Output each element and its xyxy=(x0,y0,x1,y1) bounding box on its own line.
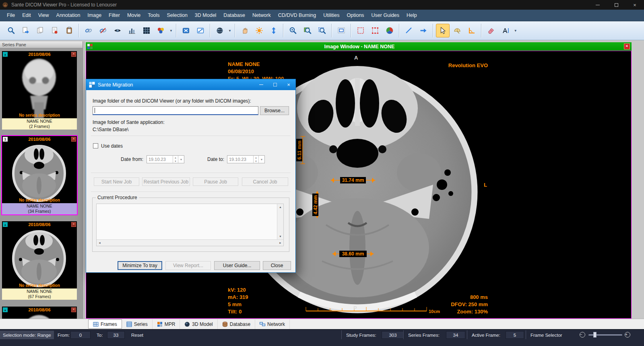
close-series-icon[interactable]: ✕ xyxy=(71,137,76,142)
line-tool-icon[interactable] xyxy=(402,24,416,37)
user-guide-button[interactable]: User Guide... xyxy=(214,261,260,270)
menu-annotation[interactable]: Annotation xyxy=(53,10,84,21)
thumbnail-image[interactable]: No series description xyxy=(2,142,77,203)
browse-button[interactable]: Browse... xyxy=(260,106,289,115)
reset-button[interactable]: Reset xyxy=(131,331,143,339)
tab-database[interactable]: Database xyxy=(218,319,255,329)
spin-down-icon[interactable]: ▼ xyxy=(254,159,258,163)
histogram-icon[interactable] xyxy=(125,24,139,37)
frame-slider-thumb[interactable] xyxy=(593,332,597,338)
fit-to-window-icon[interactable] xyxy=(179,24,193,37)
save-report-icon[interactable] xyxy=(48,24,62,37)
tab-3d-model[interactable]: 3D Model xyxy=(180,319,217,329)
to-value[interactable]: 33 xyxy=(107,331,125,339)
image-window-close-icon[interactable]: ✕ xyxy=(624,43,630,49)
unlink-series-icon[interactable] xyxy=(96,24,110,37)
brightness-sun-icon[interactable] xyxy=(252,24,266,37)
tab-network[interactable]: Network xyxy=(255,319,290,329)
calendar-dropdown-icon[interactable]: ▼ xyxy=(258,156,264,163)
cancel-job-button[interactable]: Cancel Job xyxy=(242,177,288,186)
procedure-list[interactable]: ▲ ▼ ◄ ► xyxy=(96,204,284,246)
eraser-tool-icon[interactable] xyxy=(484,24,498,37)
scroll-left-icon[interactable]: ◄ xyxy=(97,240,103,246)
menu-options[interactable]: Options xyxy=(343,10,368,21)
maximize-button[interactable] xyxy=(607,0,625,10)
scroll-up-icon[interactable]: ▲ xyxy=(277,204,283,210)
date-spinner[interactable]: ▲▼ xyxy=(173,156,178,163)
frame-plus-button[interactable]: + xyxy=(625,332,630,338)
roi-handles-icon[interactable] xyxy=(368,24,382,37)
minimize-button[interactable] xyxy=(588,0,607,10)
menu-file[interactable]: File xyxy=(3,10,19,21)
close-button[interactable]: × xyxy=(625,0,644,10)
menu-cd-dvd-burning[interactable]: CD/DVD Burning xyxy=(275,10,320,21)
horizontal-scrollbar[interactable]: ◄ ► xyxy=(97,239,283,246)
restart-previous-job-button[interactable]: Restart Previous Job xyxy=(142,177,190,186)
arrow-tool-icon[interactable] xyxy=(417,24,430,37)
paste-image-icon[interactable] xyxy=(62,24,76,37)
show-overlays-eye-icon[interactable] xyxy=(111,24,124,37)
series-thumbnail-1[interactable]: ▴ 2010/08/06 ✕ No series description NAM… xyxy=(2,51,77,130)
from-value[interactable]: 0 xyxy=(70,331,91,339)
image-matrix-icon[interactable] xyxy=(140,24,153,37)
dialog-titlebar[interactable]: Sante Migration × xyxy=(86,79,295,90)
series-thumbnail-2[interactable]: 1 2010/08/06 ✕ No series description NAM… xyxy=(2,136,77,214)
angle-tool-icon[interactable] xyxy=(465,24,479,37)
close-dialog-button[interactable]: Close xyxy=(263,261,291,270)
zoom-in-icon[interactable] xyxy=(286,24,300,37)
layout-grid-icon[interactable] xyxy=(87,44,93,49)
menu-utilities[interactable]: Utilities xyxy=(320,10,343,21)
rectangle-select-icon[interactable] xyxy=(334,24,348,37)
tab-frames[interactable]: Frames xyxy=(88,319,122,329)
menu-view[interactable]: View xyxy=(35,10,53,21)
dropdown-arrow-icon[interactable]: ▼ xyxy=(169,29,173,33)
tab-series[interactable]: Series xyxy=(122,319,153,329)
calendar-dropdown-icon[interactable]: ▼ xyxy=(178,156,184,163)
dialog-maximize-button[interactable] xyxy=(268,79,282,90)
link-series-icon[interactable] xyxy=(82,24,95,37)
scroll-right-icon[interactable]: ► xyxy=(277,240,283,246)
menu-help[interactable]: Help xyxy=(403,10,421,21)
menu-image[interactable]: Image xyxy=(84,10,105,21)
dropdown-arrow-icon[interactable]: ▼ xyxy=(228,29,231,33)
text-tool-icon[interactable] xyxy=(499,24,512,37)
start-new-job-button[interactable]: Start New Job xyxy=(94,177,139,186)
pan-hand-icon[interactable] xyxy=(238,24,252,37)
zoom-preview-icon[interactable] xyxy=(4,24,18,37)
menu-network[interactable]: Network xyxy=(249,10,275,21)
spin-down-icon[interactable]: ▼ xyxy=(173,159,178,163)
close-series-icon[interactable]: ✕ xyxy=(71,307,76,312)
dialog-minimize-button[interactable] xyxy=(254,79,268,90)
scroll-down-icon[interactable]: ▼ xyxy=(277,233,283,239)
close-series-icon[interactable]: ✕ xyxy=(71,222,76,227)
series-thumbnail-3[interactable]: ▴ 2010/08/06 ✕ No series description NAM… xyxy=(2,221,77,300)
color-channels-icon[interactable] xyxy=(154,24,168,37)
pane-splitter[interactable] xyxy=(83,41,86,319)
date-from-field[interactable]: 19.10.23 ▲▼ ▼ xyxy=(147,155,184,163)
series-thumbnail-4[interactable]: ▴ 2010/08/06 ✕ xyxy=(2,307,77,319)
menu-user-guides[interactable]: User Guides xyxy=(368,10,403,21)
thumbnail-image[interactable]: No series description xyxy=(2,227,77,288)
dialog-close-button[interactable]: × xyxy=(282,79,295,90)
color-wheel-icon[interactable] xyxy=(383,24,396,37)
date-spinner[interactable]: ▲▼ xyxy=(253,156,258,163)
pause-job-button[interactable]: Pause Job xyxy=(193,177,238,186)
spin-up-icon[interactable]: ▲ xyxy=(254,156,258,159)
view-report-button[interactable]: View Report... xyxy=(165,261,211,270)
copy-image-icon[interactable] xyxy=(33,24,47,37)
minimize-to-tray-button[interactable]: Minimize To tray xyxy=(118,261,162,270)
date-to-field[interactable]: 19.10.23 ▲▼ ▼ xyxy=(227,155,265,163)
export-image-icon[interactable] xyxy=(19,24,33,37)
source-folder-input[interactable] xyxy=(93,106,258,115)
menu-edit[interactable]: Edit xyxy=(19,10,35,21)
vertical-scrollbar[interactable]: ▲ ▼ xyxy=(277,204,283,239)
menu-filter[interactable]: Filter xyxy=(105,10,124,21)
measurement-4mm[interactable]: 4.42 mm xyxy=(312,191,319,218)
frame-minus-button[interactable]: − xyxy=(580,332,585,338)
close-series-icon[interactable]: ✕ xyxy=(71,52,76,57)
menu-database[interactable]: Database xyxy=(220,10,249,21)
zoom-region-icon[interactable] xyxy=(301,24,314,37)
roi-rectangle-icon[interactable] xyxy=(354,24,367,37)
tab-mpr[interactable]: MPR xyxy=(153,319,180,329)
thumbnail-image[interactable] xyxy=(2,313,77,319)
